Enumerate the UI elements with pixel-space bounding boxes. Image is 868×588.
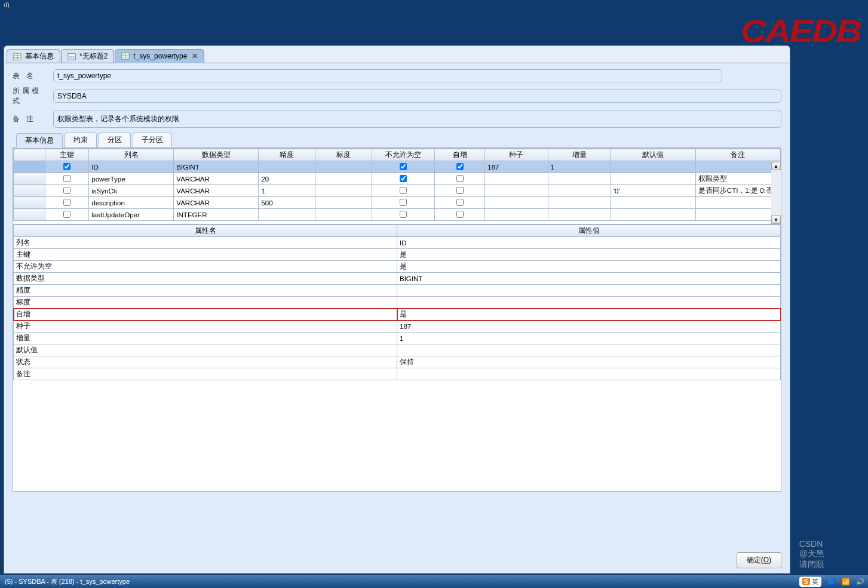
grid-cell[interactable] (548, 173, 611, 185)
grid-cell[interactable] (548, 185, 611, 197)
checkbox[interactable] (400, 187, 407, 194)
grid-cell[interactable] (435, 197, 485, 209)
grid-cell[interactable] (315, 197, 372, 209)
property-row[interactable]: 标度 (14, 297, 781, 309)
grid-cell[interactable] (548, 197, 611, 209)
subtab-0[interactable]: 基本信息 (16, 133, 63, 148)
property-row[interactable]: 不允许为空是 (14, 261, 781, 273)
grid-cell[interactable]: 权限类型 (695, 173, 780, 185)
grid-cell[interactable] (695, 209, 780, 221)
grid-cell[interactable] (435, 173, 485, 185)
grid-cell[interactable] (695, 197, 780, 209)
property-row[interactable]: 列名ID (14, 237, 781, 249)
grid-cell[interactable] (315, 161, 372, 173)
table-row[interactable]: isSynCtiVARCHAR1'0'是否同步CTI，1:是 0:否 (14, 185, 781, 197)
checkbox[interactable] (456, 163, 464, 170)
grid-cell[interactable]: VARCHAR (174, 185, 259, 197)
checkbox[interactable] (400, 211, 407, 218)
grid-cell[interactable] (372, 161, 434, 173)
table-row[interactable]: IDBIGINT1871 (14, 161, 781, 173)
property-row[interactable]: 状态保持 (14, 356, 781, 368)
checkbox[interactable] (63, 163, 70, 170)
grid-cell[interactable]: 1 (259, 185, 315, 197)
property-row[interactable]: 数据类型BIGINT (14, 273, 781, 285)
grid-cell[interactable]: description (89, 197, 174, 209)
prop-value[interactable]: 是 (397, 309, 781, 321)
property-row[interactable]: 自增是 (14, 309, 781, 321)
prop-value[interactable] (397, 344, 781, 356)
prop-value[interactable]: 是 (397, 249, 781, 261)
checkbox[interactable] (456, 199, 464, 206)
grid-cell[interactable] (259, 161, 315, 173)
checkbox[interactable] (456, 187, 464, 194)
grid-cell[interactable]: 1 (548, 161, 611, 173)
table-row[interactable]: powerTypeVARCHAR20权限类型 (14, 173, 781, 185)
property-row[interactable]: 精度 (14, 285, 781, 297)
ok-button[interactable]: 确定(O) (737, 552, 781, 568)
tray-icon[interactable]: 🔊 (856, 578, 864, 586)
row-header[interactable] (14, 185, 45, 197)
checkbox[interactable] (63, 211, 70, 218)
grid-cell[interactable] (45, 209, 89, 221)
grid-cell[interactable] (45, 197, 89, 209)
table-row[interactable]: lastUpdateOperINTEGER (14, 209, 781, 221)
col-header[interactable]: 列名 (89, 149, 174, 161)
grid-cell[interactable]: isSynCti (89, 185, 174, 197)
property-row[interactable]: 默认值 (14, 344, 781, 356)
grid-cell[interactable] (485, 185, 548, 197)
subtab-3[interactable]: 子分区 (133, 133, 172, 147)
col-header[interactable]: 自增 (435, 149, 485, 161)
grid-cell[interactable] (485, 173, 548, 185)
grid-cell[interactable] (695, 161, 780, 173)
col-header[interactable]: 不允许为空 (372, 149, 434, 161)
input-remark[interactable]: 权限类型表，记录各个系统模块的权限 (53, 110, 781, 128)
grid-cell[interactable] (611, 161, 695, 173)
grid-cell[interactable] (611, 197, 695, 209)
grid-cell[interactable] (485, 209, 548, 221)
prop-value[interactable]: 187 (397, 321, 781, 333)
grid-cell[interactable] (435, 161, 485, 173)
grid-cell[interactable]: 500 (259, 197, 315, 209)
checkbox[interactable] (63, 175, 70, 182)
grid-cell[interactable]: lastUpdateOper (89, 209, 174, 221)
tray-icon[interactable]: 🔵 (827, 578, 836, 586)
prop-value[interactable]: BIGINT (397, 273, 781, 285)
prop-value[interactable] (397, 285, 781, 297)
ime-indicator[interactable]: S 英 (799, 577, 821, 587)
checkbox[interactable] (63, 187, 70, 194)
grid-cell[interactable] (45, 185, 89, 197)
col-header[interactable]: 数据类型 (174, 149, 259, 161)
input-schema[interactable]: SYSDBA (53, 90, 781, 103)
checkbox[interactable] (400, 199, 407, 206)
property-row[interactable]: 增量1 (14, 333, 781, 344)
grid-cell[interactable] (611, 173, 695, 185)
grid-cell[interactable] (315, 185, 372, 197)
col-header[interactable]: 种子 (485, 149, 548, 161)
row-header[interactable] (14, 197, 45, 209)
grid-cell[interactable] (435, 185, 485, 197)
row-header[interactable] (14, 161, 45, 173)
col-header[interactable]: 默认值 (611, 149, 695, 161)
col-header[interactable]: 标度 (315, 149, 372, 161)
row-header[interactable] (14, 173, 45, 185)
grid-cell[interactable]: powerType (89, 173, 174, 185)
grid-scrollbar[interactable]: ▲ ▼ (771, 162, 781, 224)
prop-value[interactable]: 1 (397, 333, 781, 344)
checkbox[interactable] (400, 163, 407, 170)
grid-cell[interactable] (372, 197, 434, 209)
scroll-up-icon[interactable]: ▲ (771, 162, 781, 170)
checkbox[interactable] (456, 175, 464, 182)
grid-cell[interactable]: VARCHAR (174, 173, 259, 185)
table-row[interactable]: descriptionVARCHAR500 (14, 197, 781, 209)
grid-cell[interactable] (435, 209, 485, 221)
checkbox[interactable] (456, 211, 464, 218)
subtab-2[interactable]: 分区 (99, 133, 131, 147)
prop-value[interactable]: 是 (397, 261, 781, 273)
row-header[interactable] (14, 209, 45, 221)
prop-value[interactable] (397, 297, 781, 309)
tab-2[interactable]: t_sys_powertype✕ (115, 49, 204, 63)
col-header[interactable]: 精度 (259, 149, 315, 161)
grid-cell[interactable] (372, 209, 434, 221)
property-row[interactable]: 主键是 (14, 249, 781, 261)
grid-cell[interactable]: VARCHAR (174, 197, 259, 209)
